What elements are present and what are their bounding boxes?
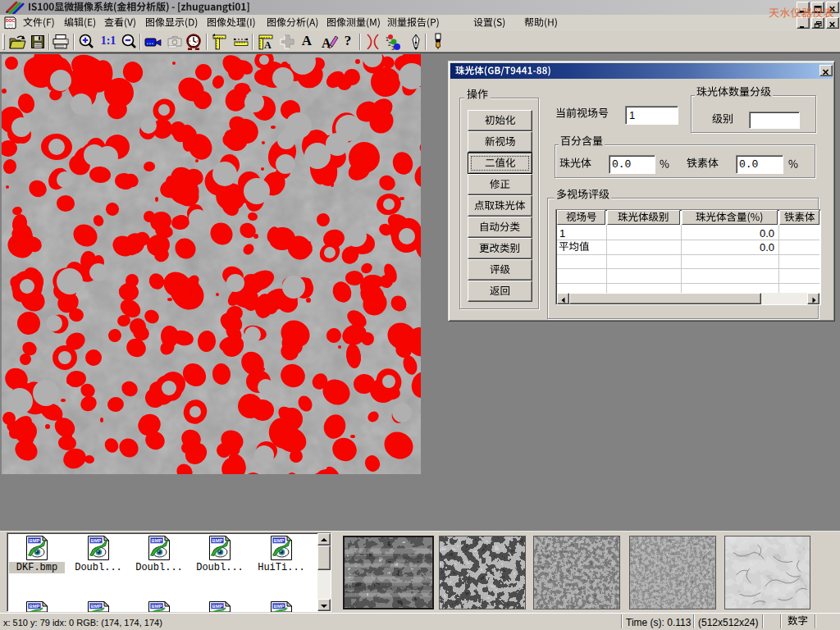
svg-text:A: A	[264, 39, 272, 51]
svg-text:BMP: BMP	[152, 538, 162, 543]
svg-text:BMP: BMP	[212, 604, 223, 609]
svg-text:BMP: BMP	[30, 538, 40, 543]
svg-text:BMP: BMP	[274, 538, 285, 543]
svg-text:BMP: BMP	[274, 604, 285, 609]
svg-text:BMP: BMP	[212, 538, 223, 543]
svg-text:BMP: BMP	[30, 604, 40, 609]
svg-text:DOC: DOC	[6, 18, 16, 23]
svg-text:BMP: BMP	[152, 604, 162, 609]
svg-text:BMP: BMP	[91, 538, 102, 543]
svg-text:BMP: BMP	[91, 604, 102, 609]
svg-text:3: 3	[391, 45, 395, 51]
